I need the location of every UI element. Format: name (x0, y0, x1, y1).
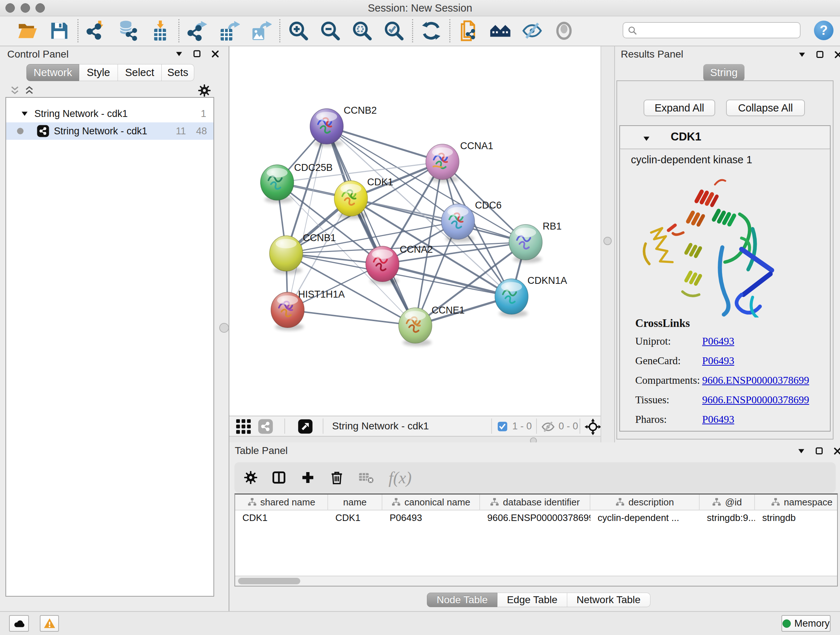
export-network-button[interactable] (187, 20, 208, 41)
table-cell: 9606.ENSP00000378699 (480, 512, 591, 524)
table-horizontal-scrollbar[interactable] (235, 576, 837, 586)
network-node-CDK1[interactable]: CDK1 (334, 177, 393, 219)
column-header-description[interactable]: description (591, 494, 699, 510)
network-node-HIST1H1A[interactable]: HIST1H1A (271, 289, 345, 331)
hidden-node-edge-counts: 0 - 0 (559, 416, 578, 436)
protein-header-row[interactable]: CDK1 (620, 126, 830, 149)
left-splitter-handle[interactable] (219, 323, 229, 333)
grid-view-icon[interactable] (235, 418, 252, 435)
memory-button[interactable]: Memory (782, 615, 831, 632)
tab-style[interactable]: Style (79, 64, 118, 81)
panel-close-icon[interactable] (834, 50, 840, 59)
network-node-CDKN1A[interactable]: CDKN1A (495, 275, 567, 317)
panel-float-icon[interactable] (193, 49, 202, 59)
results-panel-window-controls (797, 50, 840, 59)
function-builder-icon[interactable]: f(x) (388, 468, 412, 487)
network-node-CCNE1[interactable]: CCNE1 (399, 305, 465, 346)
tab-select[interactable]: Select (118, 64, 162, 81)
tab-network[interactable]: Network (27, 64, 79, 81)
network-edge[interactable] (287, 126, 327, 310)
panel-float-icon[interactable] (815, 447, 824, 456)
column-header-name[interactable]: name (328, 494, 382, 510)
open-session-button[interactable] (17, 20, 38, 41)
export-table-button[interactable] (219, 20, 240, 41)
panel-close-icon[interactable] (833, 447, 840, 456)
column-header-database-identifier[interactable]: database identifier (480, 494, 591, 510)
tab-sets[interactable]: Sets (162, 64, 194, 81)
table-row[interactable]: CDK1CDK1P064939606.ENSP00000378699cyclin… (235, 510, 837, 525)
add-column-icon[interactable] (300, 470, 316, 485)
birds-eye-view-icon[interactable] (297, 418, 313, 434)
save-session-button[interactable] (49, 20, 70, 41)
network-node-CCNB1[interactable]: CCNB1 (270, 233, 336, 274)
crosslink-link[interactable]: P06493 (702, 355, 734, 367)
network-overview-icon[interactable] (257, 418, 273, 434)
crosslink-link[interactable]: P06493 (702, 335, 734, 347)
panel-collapse-icon[interactable] (174, 49, 184, 59)
zoom-selected-button[interactable] (384, 20, 404, 41)
help-button[interactable]: ? (814, 21, 834, 40)
column-header--id[interactable]: @id (699, 494, 755, 510)
cloud-status-button[interactable] (9, 615, 29, 632)
network-node-CDC6[interactable]: CDC6 (441, 200, 502, 242)
clear-table-icon[interactable] (358, 470, 375, 485)
show-all-button[interactable] (554, 20, 575, 41)
tab-edge-table[interactable]: Edge Table (497, 593, 567, 607)
import-network-file-button[interactable] (86, 20, 107, 41)
crosslink-link[interactable]: 9606.ENSP00000378699 (702, 394, 809, 406)
column-sort-icon (615, 497, 625, 507)
node-label: RB1 (543, 221, 562, 232)
panel-close-icon[interactable] (210, 49, 220, 59)
export-image-button[interactable] (251, 20, 272, 41)
network-collection-row[interactable]: String Network - cdk1 1 (6, 105, 213, 122)
column-header-shared-name[interactable]: shared name (235, 494, 328, 510)
network-node-RB1[interactable]: RB1 (509, 221, 562, 263)
network-row-selected[interactable]: String Network - cdk1 11 48 (6, 122, 213, 140)
apply-layout-button[interactable] (421, 20, 442, 41)
table-panel-window-controls (797, 447, 840, 456)
tab-node-table[interactable]: Node Table (427, 593, 497, 607)
collapse-all-button[interactable]: Collapse All (726, 100, 805, 116)
tab-network-table[interactable]: Network Table (567, 593, 651, 607)
panel-collapse-icon[interactable] (797, 447, 806, 456)
column-header-canonical-name[interactable]: canonical name (382, 494, 480, 510)
warnings-button[interactable] (40, 615, 59, 632)
import-network-database-button[interactable] (118, 20, 139, 41)
right-splitter-handle[interactable] (603, 237, 612, 245)
network-node-CCNB2[interactable]: CCNB2 (310, 105, 377, 147)
expand-all-button[interactable]: Expand All (644, 100, 715, 116)
import-table-button[interactable] (150, 20, 171, 41)
column-header-namespace[interactable]: namespace (755, 494, 838, 510)
application-window: Session: New Session ? Control Panel Net… (0, 0, 840, 635)
table-options-gear-icon[interactable] (244, 470, 257, 485)
network-options-gear-icon[interactable] (198, 84, 211, 97)
panel-collapse-icon[interactable] (797, 50, 807, 59)
delete-column-icon[interactable] (329, 470, 344, 485)
tab-string[interactable]: String (703, 64, 745, 81)
network-edge[interactable] (327, 126, 442, 162)
expand-all-networks-icon[interactable] (24, 85, 35, 96)
network-edge[interactable] (287, 310, 415, 325)
collection-expander-icon[interactable] (20, 109, 29, 119)
crosslink-link[interactable]: P06493 (702, 413, 734, 425)
string-query-button[interactable] (490, 20, 511, 41)
network-node-CCNA1[interactable]: CCNA1 (426, 141, 493, 182)
panel-float-icon[interactable] (815, 50, 825, 59)
hidden-count-eye-slash-icon[interactable] (541, 420, 555, 434)
hide-selected-button[interactable] (522, 20, 543, 41)
clone-network-button[interactable] (458, 20, 479, 41)
scrollbar-thumb[interactable] (238, 578, 300, 584)
node-position-reset-icon[interactable] (584, 418, 601, 435)
search-input[interactable] (638, 24, 797, 37)
collapse-all-networks-icon[interactable] (9, 85, 21, 96)
zoom-fit-button[interactable] (352, 20, 373, 41)
selected-count-checkbox-icon[interactable] (497, 421, 508, 432)
protein-expander-icon[interactable] (642, 134, 651, 142)
crosslink-row: Pharos:P06493 (635, 409, 823, 429)
zoom-out-button[interactable] (320, 20, 341, 41)
network-edge-count: 48 (196, 126, 207, 137)
zoom-in-button[interactable] (288, 20, 309, 41)
crosslink-link[interactable]: 9606.ENSP00000378699 (702, 374, 809, 386)
search-box (622, 22, 801, 38)
show-columns-icon[interactable] (271, 470, 286, 485)
